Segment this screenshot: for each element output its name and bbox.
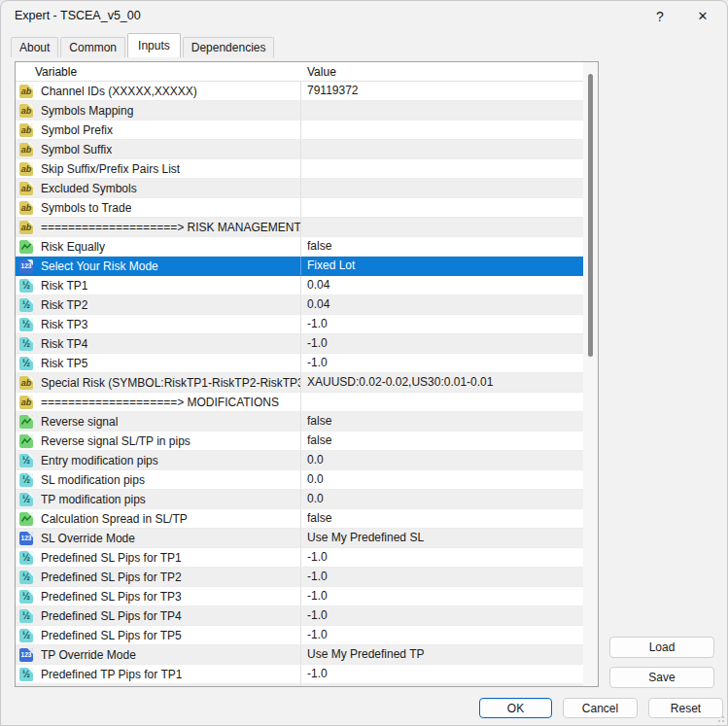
row-value[interactable]: 0.0 bbox=[300, 451, 583, 469]
table-row[interactable]: Risk Equallyfalse bbox=[16, 237, 583, 257]
row-value[interactable] bbox=[300, 101, 583, 120]
table-row[interactable]: ½Entry modification pips0.0 bbox=[16, 451, 583, 470]
row-value[interactable]: 0.04 bbox=[300, 276, 583, 294]
row-value[interactable]: 0.04 bbox=[300, 295, 583, 314]
table-row[interactable]: abSymbols Mapping bbox=[16, 101, 583, 121]
double-type-icon: ½ bbox=[19, 629, 33, 642]
row-value[interactable]: -1.0 bbox=[300, 334, 583, 353]
table-row[interactable]: abSpecial Risk (SYMBOL:RiskTP1-RiskTP2-R… bbox=[16, 373, 583, 393]
column-header-variable[interactable]: Variable bbox=[16, 65, 300, 79]
table-row[interactable]: abSymbols to Trade bbox=[16, 198, 583, 218]
row-label: ====================> MODIFICATIONS bbox=[41, 396, 279, 409]
table-row[interactable]: ½Predefined SL Pips for TP2-1.0 bbox=[16, 568, 583, 587]
row-label: Risk TP2 bbox=[41, 298, 87, 312]
variable-cell: ½Risk TP5 bbox=[16, 354, 300, 372]
table-row[interactable]: ½ bbox=[16, 684, 583, 687]
resize-grip-icon[interactable] bbox=[716, 714, 724, 722]
table-row[interactable]: ½Risk TP3-1.0 bbox=[16, 315, 583, 334]
double-type-icon: ½ bbox=[19, 668, 33, 681]
table-row[interactable]: abSymbol Suffix bbox=[16, 140, 583, 159]
variable-cell: ½Predefined SL Pips for TP3 bbox=[16, 587, 300, 605]
int-type-icon: 123 bbox=[19, 648, 33, 662]
row-value[interactable] bbox=[300, 121, 583, 139]
table-row[interactable]: ½Risk TP20.04 bbox=[16, 295, 583, 315]
row-value[interactable]: false bbox=[300, 432, 583, 450]
string-type-icon: ab bbox=[19, 123, 33, 137]
row-value[interactable]: -1.0 bbox=[300, 587, 583, 605]
row-value[interactable]: -1.0 bbox=[300, 315, 583, 333]
row-value[interactable]: -1.0 bbox=[300, 626, 583, 644]
row-value[interactable]: Fixed Lot bbox=[300, 257, 583, 275]
table-row[interactable]: ½Risk TP5-1.0 bbox=[16, 354, 583, 373]
table-row[interactable]: 123SL Override ModeUse My Predefined SL bbox=[16, 529, 583, 548]
row-value[interactable]: 79119372 bbox=[300, 82, 583, 100]
variable-cell: 123SL Override Mode bbox=[16, 529, 300, 547]
table-row[interactable]: ½TP modification pips0.0 bbox=[16, 490, 583, 509]
row-value[interactable] bbox=[300, 684, 583, 687]
row-value[interactable] bbox=[300, 393, 583, 411]
table-row[interactable]: ½Predefined SL Pips for TP5-1.0 bbox=[16, 626, 583, 645]
table-row[interactable]: Calculation Spread in SL/TPfalse bbox=[16, 509, 583, 529]
row-value[interactable]: -1.0 bbox=[300, 665, 583, 683]
row-value[interactable] bbox=[300, 159, 583, 178]
table-row[interactable]: abSymbol Prefix bbox=[16, 121, 583, 140]
row-value[interactable]: 0.0 bbox=[300, 490, 583, 508]
double-type-icon: ½ bbox=[19, 570, 33, 584]
cancel-button[interactable]: Cancel bbox=[563, 698, 638, 718]
table-row[interactable]: abChannel IDs (XXXXX,XXXXX)79119372 bbox=[16, 82, 583, 101]
row-label: Predefined SL Pips for TP4 bbox=[41, 609, 182, 623]
row-value[interactable]: -1.0 bbox=[300, 606, 583, 625]
vertical-scrollbar[interactable] bbox=[583, 62, 598, 686]
tab-dependencies[interactable]: Dependencies bbox=[183, 37, 275, 57]
tab-inputs[interactable]: Inputs bbox=[127, 33, 181, 57]
row-value[interactable]: false bbox=[300, 237, 583, 256]
table-row[interactable]: ½Predefined SL Pips for TP4-1.0 bbox=[16, 606, 583, 626]
table-rows: abChannel IDs (XXXXX,XXXXX)79119372abSym… bbox=[16, 82, 583, 687]
help-icon[interactable]: ? bbox=[643, 5, 676, 28]
table-row[interactable]: abExcluded Symbols bbox=[16, 179, 583, 198]
tab-about[interactable]: About bbox=[11, 37, 58, 57]
table-row[interactable]: ½Predefined TP Pips for TP1-1.0 bbox=[16, 665, 583, 684]
tab-common[interactable]: Common bbox=[60, 37, 125, 57]
table-row[interactable]: ½Risk TP10.04 bbox=[16, 276, 583, 295]
row-value[interactable] bbox=[300, 179, 583, 197]
table-row[interactable]: ab====================> MODIFICATIONS bbox=[16, 393, 583, 412]
row-value[interactable]: Use My Predefined TP bbox=[300, 645, 583, 664]
title-bar: Expert - TSCEA_v5_00 ? ✕ bbox=[1, 1, 727, 30]
row-value[interactable] bbox=[300, 198, 583, 217]
row-value[interactable] bbox=[300, 140, 583, 158]
row-value[interactable]: XAUUSD:0.02-0.02,US30:0.01-0.01 bbox=[300, 373, 583, 392]
scrollbar-thumb[interactable] bbox=[588, 74, 593, 357]
table-row[interactable]: ½Predefined SL Pips for TP3-1.0 bbox=[16, 587, 583, 606]
row-label: Risk TP5 bbox=[41, 357, 87, 370]
row-label: TP modification pips bbox=[41, 493, 146, 506]
table-row[interactable]: Reverse signalfalse bbox=[16, 412, 583, 432]
reset-button[interactable]: Reset bbox=[648, 698, 723, 718]
row-value[interactable]: -1.0 bbox=[300, 548, 583, 567]
table-row[interactable]: ½Predefined SL Pips for TP1-1.0 bbox=[16, 548, 583, 568]
column-header-value[interactable]: Value bbox=[300, 65, 598, 79]
save-button[interactable]: Save bbox=[609, 667, 714, 688]
row-value[interactable]: false bbox=[300, 412, 583, 431]
row-value[interactable]: 0.0 bbox=[300, 470, 583, 489]
string-type-icon: ab bbox=[19, 376, 33, 390]
table-row[interactable]: Reverse signal SL/TP in pipsfalse bbox=[16, 432, 583, 451]
variable-cell: ab====================> MODIFICATIONS bbox=[16, 393, 300, 411]
table-row[interactable]: abSkip Suffix/Prefix Pairs List bbox=[16, 159, 583, 179]
table-row[interactable]: 123Select Your Risk ModeFixed Lot bbox=[16, 257, 583, 276]
row-value[interactable]: -1.0 bbox=[300, 354, 583, 372]
double-type-icon: ½ bbox=[19, 687, 33, 688]
table-row[interactable]: 123TP Override ModeUse My Predefined TP bbox=[16, 645, 583, 665]
variable-cell: abSymbols to Trade bbox=[16, 198, 300, 217]
table-row[interactable]: ½Risk TP4-1.0 bbox=[16, 334, 583, 354]
row-value[interactable]: Use My Predefined SL bbox=[300, 529, 583, 547]
table-row[interactable]: ½SL modification pips0.0 bbox=[16, 470, 583, 490]
row-value[interactable]: -1.0 bbox=[300, 568, 583, 586]
close-icon[interactable]: ✕ bbox=[686, 5, 719, 28]
ok-button[interactable]: OK bbox=[479, 698, 552, 718]
row-value[interactable]: false bbox=[300, 509, 583, 528]
table-row[interactable]: ab====================> RISK MANAGEMENT bbox=[16, 218, 583, 237]
load-button[interactable]: Load bbox=[609, 637, 714, 658]
variable-cell: Risk Equally bbox=[16, 237, 300, 256]
row-value[interactable] bbox=[300, 218, 583, 236]
